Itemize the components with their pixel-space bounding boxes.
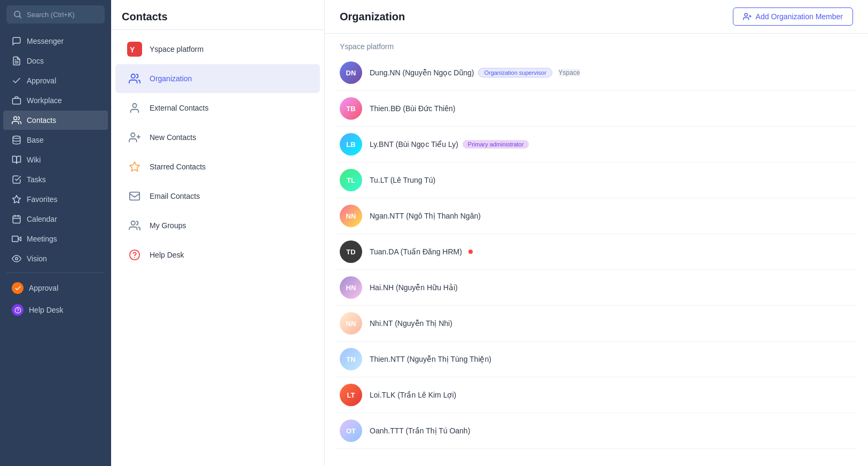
contacts-list-item-starred[interactable]: Starred Contacts (115, 152, 320, 181)
contacts-list-item-label: My Groups (150, 221, 186, 230)
svg-text:Y: Y (130, 45, 135, 54)
member-avatar: TD (340, 240, 362, 263)
member-name: Tuan.DA (Tuấn Đăng HRM) (370, 247, 462, 256)
member-row[interactable]: DNDung.NN (Nguyễn Ngọc Dũng)Organization… (335, 55, 857, 91)
sidebar-item-approval[interactable]: Approval (3, 71, 108, 90)
member-name: Thien.BĐ (Bùi Đức Thiên) (370, 104, 455, 113)
sidebar-item-helpdesk-bottom[interactable]: Help Desk (3, 299, 108, 321)
helpdesk-contacts-icon (126, 246, 143, 263)
sidebar-item-calendar[interactable]: Calendar (3, 209, 108, 229)
member-info: Ly.BNT (Bùi Ngọc Tiểu Ly)Primary adminis… (370, 140, 853, 149)
member-name: Tu.LT (Lê Trung Tú) (370, 176, 435, 184)
contacts-list-item-helpdesk[interactable]: Help Desk (115, 240, 320, 269)
sidebar-item-label: Docs (27, 57, 44, 65)
online-indicator (468, 250, 473, 254)
svg-point-2 (14, 116, 17, 120)
sidebar-item-label: Base (27, 136, 44, 144)
contacts-list-item-new[interactable]: New Contacts (115, 123, 320, 152)
svg-rect-19 (130, 192, 139, 200)
member-name: Ngan.NTT (Ngô Thị Thanh Ngân) (370, 212, 481, 220)
member-row[interactable]: NNNhi.NT (Nguyễn Thị Nhi) (335, 306, 857, 341)
sidebar-nav: Messenger Docs Approval Workplace (0, 29, 111, 466)
member-row[interactable]: LBLy.BNT (Bùi Ngọc Tiểu Ly)Primary admin… (335, 127, 857, 162)
member-row[interactable]: TBThien.BĐ (Bùi Đức Thiên) (335, 91, 857, 127)
sidebar-item-meetings[interactable]: Meetings (3, 229, 108, 248)
svg-point-8 (15, 258, 18, 260)
sidebar-item-contacts[interactable]: Contacts (3, 111, 108, 130)
member-row[interactable]: TDTuan.DA (Tuấn Đăng HRM) (335, 234, 857, 270)
member-row[interactable]: NNNgan.NTT (Ngô Thị Thanh Ngân) (335, 198, 857, 234)
member-avatar: TB (340, 97, 362, 120)
member-workspace: Yspace (559, 69, 580, 76)
member-info: Dung.NN (Nguyễn Ngọc Dũng)Organization s… (370, 68, 853, 77)
search-icon (13, 10, 22, 19)
sidebar-item-wiki[interactable]: Wiki (3, 150, 108, 169)
favorites-icon (12, 195, 21, 204)
add-member-button[interactable]: Add Organization Member (733, 7, 853, 26)
svg-point-15 (131, 133, 135, 137)
sidebar-item-label: Contacts (27, 116, 56, 125)
member-avatar: LT (340, 384, 362, 406)
starred-icon (126, 158, 143, 175)
search-box[interactable]: Search (Ctrl+K) (6, 5, 105, 24)
my-groups-icon (126, 217, 143, 234)
main-title: Organization (340, 11, 405, 23)
sidebar-item-label: Help Desk (29, 306, 64, 314)
email-icon (126, 188, 143, 205)
member-row[interactable]: TLTu.LT (Lê Trung Tú) (335, 162, 857, 198)
svg-point-3 (13, 136, 20, 139)
member-badge: Primary administrator (463, 140, 529, 149)
sidebar-item-approval-bottom[interactable]: Approval (3, 277, 108, 299)
sidebar-item-label: Calendar (27, 215, 57, 223)
member-row[interactable]: TNThien.NTT (Nguyễn Thị Tùng Thiện) (335, 341, 857, 377)
calendar-icon (12, 214, 21, 224)
member-badge: Organization supervisor (478, 68, 552, 77)
svg-point-20 (131, 221, 135, 225)
sidebar-item-label: Meetings (27, 235, 57, 243)
contacts-list-item-label: Organization (150, 74, 192, 83)
contacts-list-item-groups[interactable]: My Groups (115, 211, 320, 240)
sidebar-item-tasks[interactable]: Tasks (3, 170, 108, 189)
search-label: Search (Ctrl+K) (27, 11, 75, 19)
contacts-list-item-label: Starred Contacts (150, 162, 206, 171)
member-row[interactable]: HNHai.NH (Nguyễn Hữu Hải) (335, 270, 857, 306)
sidebar-item-label: Wiki (27, 156, 41, 164)
tasks-icon (12, 175, 21, 184)
member-info: Hai.NH (Nguyễn Hữu Hải) (370, 283, 853, 292)
base-icon (12, 135, 21, 145)
svg-marker-18 (130, 162, 139, 171)
svg-marker-6 (18, 237, 21, 241)
sidebar-item-favorites[interactable]: Favorites (3, 190, 108, 209)
member-name: Loi.TLK (Trần Lê Kim Lợi) (370, 391, 456, 399)
external-icon (126, 99, 143, 116)
add-member-icon (743, 12, 752, 21)
meetings-icon (12, 234, 21, 244)
sidebar-item-label: Approval (27, 76, 56, 85)
contacts-list-item-email[interactable]: Email Contacts (115, 182, 320, 211)
contacts-list-item-label: External Contacts (150, 104, 209, 112)
member-info: Tu.LT (Lê Trung Tú) (370, 176, 853, 184)
member-row[interactable]: OTOanh.TTT (Trần Thị Tú Oanh) (335, 413, 857, 449)
sidebar-item-workplace[interactable]: Workplace (3, 91, 108, 110)
svg-rect-5 (13, 216, 20, 223)
svg-point-23 (745, 13, 747, 16)
docs-icon (12, 56, 21, 66)
contacts-list-item-external[interactable]: External Contacts (115, 94, 320, 122)
approval-badge-icon (12, 282, 24, 294)
sidebar-item-vision[interactable]: Vision (3, 249, 108, 268)
sidebar-item-label: Vision (27, 254, 47, 263)
member-avatar: NN (340, 205, 362, 227)
member-info: Thien.BĐ (Bùi Đức Thiên) (370, 104, 853, 113)
sidebar-item-docs[interactable]: Docs (3, 51, 108, 71)
workplace-icon (12, 96, 21, 105)
contacts-list-item-organization[interactable]: Organization (115, 64, 320, 93)
sidebar-item-messenger[interactable]: Messenger (3, 32, 108, 51)
sidebar-item-base[interactable]: Base (3, 130, 108, 150)
contacts-list-item-yspace[interactable]: Y Yspace platform (115, 35, 320, 64)
member-name: Dung.NN (Nguyễn Ngọc Dũng) (370, 68, 474, 77)
main-content: Organization Add Organization Member Ysp… (325, 0, 868, 466)
member-row[interactable]: LTLoi.TLK (Trần Lê Kim Lợi) (335, 377, 857, 413)
add-member-label: Add Organization Member (756, 12, 843, 21)
member-info: Tuan.DA (Tuấn Đăng HRM) (370, 247, 853, 256)
member-name: Hai.NH (Nguyễn Hữu Hải) (370, 283, 458, 292)
